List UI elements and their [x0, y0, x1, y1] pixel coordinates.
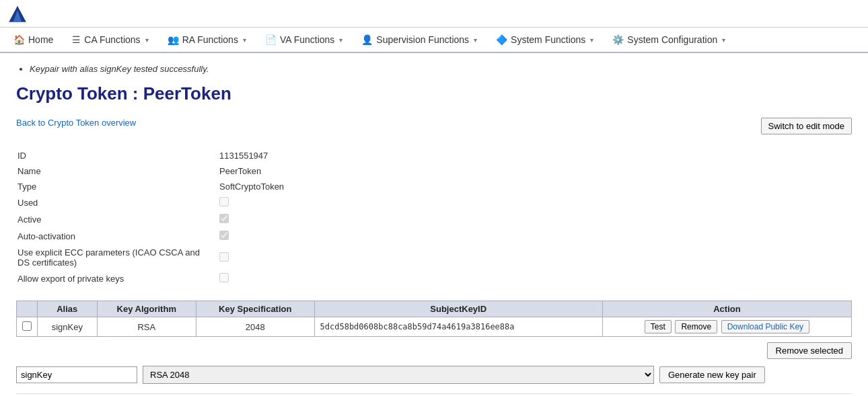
nav-home[interactable]: 🏠 Home — [4, 28, 63, 52]
table-row: Use explicit ECC parameters (ICAO CSCA a… — [16, 245, 420, 270]
field-label-export: Allow export of private keys — [16, 270, 218, 287]
col-header-key-specification: Key Specification — [196, 301, 315, 317]
system-icon: 🔷 — [496, 34, 507, 45]
chevron-down-icon-2: ▾ — [243, 36, 246, 44]
field-value-id: 1131551947 — [218, 148, 420, 163]
ca-icon: ☰ — [72, 34, 81, 45]
field-label-active: Active — [16, 211, 218, 228]
row-select-cell — [17, 317, 38, 337]
chevron-down-icon: ▾ — [145, 36, 149, 44]
nav-system-configuration[interactable]: ⚙️ System Configuration ▾ — [603, 28, 735, 52]
chevron-down-icon-6: ▾ — [722, 36, 725, 44]
new-keypair-row: RSA 2048 RSA 1024 RSA 3072 RSA 4096 EC p… — [16, 366, 852, 384]
success-message: Keypair with alias signKey tested succes… — [16, 64, 852, 74]
download-public-key-button[interactable]: Download Public Key — [721, 320, 809, 333]
col-header-select — [17, 301, 38, 317]
used-checkbox — [219, 197, 229, 206]
alias-input[interactable] — [16, 366, 137, 383]
ra-icon: 👥 — [168, 34, 179, 45]
row-select-checkbox[interactable] — [22, 321, 32, 331]
col-header-action: Action — [602, 301, 851, 317]
logo-bar — [0, 0, 868, 28]
row-actions: Test Remove Download Public Key — [602, 317, 851, 337]
table-row: Used — [16, 194, 420, 211]
field-label-name: Name — [16, 163, 218, 179]
field-label-type: Type — [16, 179, 218, 194]
field-value-ecc — [218, 245, 420, 270]
nav-va-functions[interactable]: 📄 VA Functions ▾ — [256, 28, 352, 52]
page-title: Crypto Token : PeerToken — [16, 83, 852, 104]
nav-config-label: System Configuration — [627, 34, 717, 45]
nav-home-label: Home — [28, 34, 53, 45]
generate-new-key-pair-button[interactable]: Generate new key pair — [659, 366, 765, 383]
home-icon: 🏠 — [13, 34, 25, 45]
active-checkbox — [219, 214, 229, 223]
col-header-subject-key-id: SubjectKeyID — [314, 301, 602, 317]
info-table: ID 1131551947 Name PeerToken Type SoftCr… — [16, 148, 420, 287]
field-value-name: PeerToken — [218, 163, 420, 179]
supervision-icon: 👤 — [361, 34, 373, 45]
table-row: Auto-activation — [16, 228, 420, 245]
config-icon: ⚙️ — [612, 34, 624, 45]
nav-ca-label: CA Functions — [84, 34, 140, 45]
nav-system-label: System Functions — [511, 34, 585, 45]
ecc-checkbox — [219, 252, 229, 262]
nav-ca-functions[interactable]: ☰ CA Functions ▾ — [63, 28, 157, 52]
back-to-overview-link[interactable]: Back to Crypto Token overview — [16, 118, 136, 128]
navbar: 🏠 Home ☰ CA Functions ▾ 👥 RA Functions ▾… — [0, 28, 868, 53]
table-row: signKey RSA 2048 5dcd58bd0608bc88ca8b59d… — [17, 317, 852, 337]
test-button[interactable]: Test — [645, 320, 672, 333]
table-row: Active — [16, 211, 420, 228]
field-value-active — [218, 211, 420, 228]
nav-ra-functions[interactable]: 👥 RA Functions ▾ — [158, 28, 256, 52]
auto-activation-checkbox — [219, 231, 229, 240]
col-header-key-algorithm: Key Algorithm — [97, 301, 196, 317]
footer: © 2002–2024. EJBCA® is a registered trad… — [16, 393, 852, 396]
table-row: Type SoftCryptoToken — [16, 179, 420, 194]
field-value-auto-activation — [218, 228, 420, 245]
algorithm-select[interactable]: RSA 2048 RSA 1024 RSA 3072 RSA 4096 EC p… — [143, 366, 654, 384]
table-row: Name PeerToken — [16, 163, 420, 179]
logo-icon — [7, 3, 28, 24]
table-row: ID 1131551947 — [16, 148, 420, 163]
nav-supervision-label: Supervision Functions — [376, 34, 469, 45]
row-key-algorithm: RSA — [97, 317, 196, 337]
row-subject-key-id: 5dcd58bd0608bc88ca8b59d74a4619a3816ee88a — [314, 317, 602, 337]
keys-table-container: Alias Key Algorithm Key Specification Su… — [16, 301, 852, 337]
chevron-down-icon-4: ▾ — [474, 36, 477, 44]
va-icon: 📄 — [265, 34, 277, 45]
field-label-id: ID — [16, 148, 218, 163]
remove-selected-button[interactable]: Remove selected — [767, 342, 852, 359]
keys-table: Alias Key Algorithm Key Specification Su… — [16, 301, 852, 337]
table-row: Allow export of private keys — [16, 270, 420, 287]
main-content: Keypair with alias signKey tested succes… — [0, 53, 868, 396]
field-label-used: Used — [16, 194, 218, 211]
field-label-auto-activation: Auto-activation — [16, 228, 218, 245]
nav-supervision-functions[interactable]: 👤 Supervision Functions ▾ — [352, 28, 486, 52]
nav-ra-label: RA Functions — [182, 34, 238, 45]
switch-to-edit-mode-button[interactable]: Switch to edit mode — [761, 118, 852, 134]
bottom-controls: Remove selected — [16, 342, 852, 359]
chevron-down-icon-5: ▾ — [590, 36, 593, 44]
nav-system-functions[interactable]: 🔷 System Functions ▾ — [486, 28, 603, 52]
row-key-specification: 2048 — [196, 317, 315, 337]
remove-button[interactable]: Remove — [675, 320, 717, 333]
field-value-used — [218, 194, 420, 211]
chevron-down-icon-3: ▾ — [339, 36, 342, 44]
nav-va-label: VA Functions — [280, 34, 334, 45]
field-label-ecc: Use explicit ECC parameters (ICAO CSCA a… — [16, 245, 218, 270]
col-header-alias: Alias — [38, 301, 98, 317]
success-text: Keypair with alias signKey tested succes… — [30, 64, 209, 74]
table-header-row: Alias Key Algorithm Key Specification Su… — [17, 301, 852, 317]
export-checkbox — [219, 273, 229, 282]
field-value-type: SoftCryptoToken — [218, 179, 420, 194]
field-value-export — [218, 270, 420, 287]
row-alias: signKey — [38, 317, 98, 337]
